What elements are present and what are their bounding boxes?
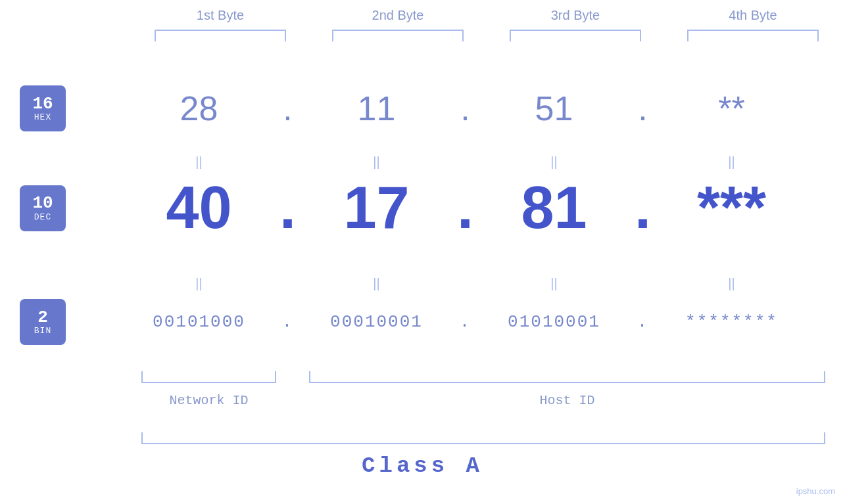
- hex-badge-label: HEX: [34, 113, 51, 122]
- hex-dot2: .: [449, 89, 482, 128]
- byte4-label: 4th Byte: [664, 8, 842, 23]
- dec-b2: 17: [304, 174, 449, 242]
- class-bracket: [141, 432, 825, 444]
- watermark: ipshu.com: [796, 486, 835, 496]
- bin-b2: 00010001: [304, 312, 449, 332]
- bracket-byte3: [510, 30, 641, 41]
- eq2-b4: ||: [728, 276, 735, 290]
- byte-labels-row: 1st Byte 2nd Byte 3rd Byte 4th Byte: [132, 8, 845, 23]
- bin-values: 00101000 . 00010001 . 01010001 . *******…: [85, 312, 845, 332]
- bin-badge-number: 2: [37, 308, 48, 327]
- dec-b3: 81: [482, 174, 627, 242]
- byte3-label: 3rd Byte: [487, 8, 664, 23]
- eq2-b3: ||: [550, 276, 557, 290]
- bin-dot2: .: [449, 312, 482, 332]
- eq2-b1: ||: [195, 276, 202, 290]
- eq1-b4: ||: [728, 154, 735, 169]
- equals-row-2: || || || ||: [0, 276, 845, 291]
- dec-dot3: .: [627, 174, 660, 242]
- dec-badge-number: 10: [32, 194, 53, 213]
- dec-row: 10 DEC 40 . 17 . 81 . ***: [0, 174, 845, 242]
- eq1-b1: ||: [195, 154, 202, 169]
- hex-b3: 51: [482, 89, 627, 128]
- bin-dot1: .: [272, 312, 304, 332]
- bracket-byte2: [332, 30, 464, 41]
- bin-row: 2 BIN 00101000 . 00010001 . 01010001 . *…: [0, 299, 845, 345]
- eq2-b2: ||: [373, 276, 379, 290]
- bin-b3: 01010001: [482, 312, 627, 332]
- dec-b4: ***: [660, 174, 804, 242]
- main-container: 1st Byte 2nd Byte 3rd Byte 4th Byte 16 H…: [0, 0, 845, 504]
- bracket-byte1: [155, 30, 286, 41]
- network-id-bracket: [141, 371, 276, 383]
- bin-b1: 00101000: [127, 312, 272, 332]
- hex-badge-container: 16 HEX: [0, 85, 85, 131]
- hex-values: 28 . 11 . 51 . **: [85, 89, 845, 128]
- dec-dot2: .: [449, 174, 482, 242]
- byte1-label: 1st Byte: [132, 8, 309, 23]
- eq1-b3: ||: [550, 154, 557, 169]
- host-id-bracket: [309, 371, 825, 383]
- dec-values: 40 . 17 . 81 . ***: [85, 174, 845, 242]
- bracket-byte4: [687, 30, 819, 41]
- dec-badge-container: 10 DEC: [0, 185, 85, 231]
- bin-badge: 2 BIN: [20, 299, 66, 345]
- hex-badge: 16 HEX: [20, 85, 66, 131]
- dec-badge-label: DEC: [34, 213, 51, 222]
- hex-badge-number: 16: [32, 95, 53, 114]
- bin-b4: ********: [660, 312, 804, 332]
- dec-dot1: .: [272, 174, 304, 242]
- hex-row: 16 HEX 28 . 11 . 51 . **: [0, 85, 845, 131]
- hex-dot3: .: [627, 89, 660, 128]
- dec-b1: 40: [127, 174, 272, 242]
- hex-dot1: .: [272, 89, 304, 128]
- hex-b1: 28: [127, 89, 272, 128]
- eq1-b2: ||: [373, 154, 379, 169]
- hex-b2: 11: [304, 89, 449, 128]
- top-brackets: [132, 30, 845, 41]
- byte2-label: 2nd Byte: [309, 8, 487, 23]
- bin-badge-label: BIN: [34, 327, 51, 336]
- class-a-label: Class A: [0, 453, 845, 478]
- hex-b4: **: [660, 89, 804, 128]
- dec-badge: 10 DEC: [20, 185, 66, 231]
- network-id-label: Network ID: [132, 393, 286, 408]
- host-id-label: Host ID: [309, 393, 825, 408]
- bin-dot3: .: [627, 312, 660, 332]
- bin-badge-container: 2 BIN: [0, 299, 85, 345]
- equals-row-1: || || || ||: [0, 154, 845, 170]
